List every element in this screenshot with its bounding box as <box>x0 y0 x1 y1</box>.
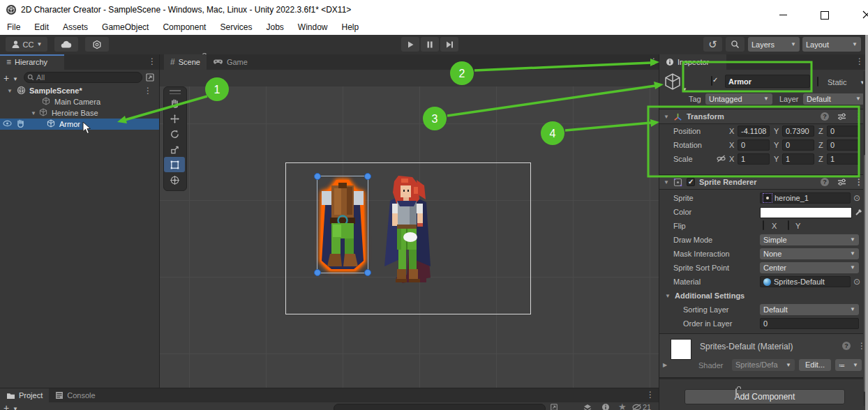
foldout-icon[interactable]: ▼ <box>665 293 671 299</box>
scene-viewport[interactable] <box>160 86 659 388</box>
menu-window[interactable]: Window <box>291 20 335 35</box>
transform-tool-button[interactable] <box>164 172 185 188</box>
account-dropdown[interactable]: CC▼ <box>6 37 47 52</box>
sprite-sort-point-dropdown[interactable]: Center▼ <box>760 262 859 273</box>
menu-gameobject[interactable]: GameObject <box>95 20 156 35</box>
info-icon[interactable] <box>601 403 610 410</box>
kebab-menu-icon[interactable]: ⋮ <box>144 87 152 94</box>
tab-hierarchy[interactable]: ≡ Hierarchy <box>0 54 64 70</box>
maximize-button[interactable] <box>820 10 830 20</box>
tree-row-main-camera[interactable]: Main Camera <box>0 96 159 107</box>
flip-x-checkbox[interactable] <box>763 220 764 230</box>
menu-services[interactable]: Services <box>213 20 259 35</box>
layer-dropdown[interactable]: Default▼ <box>803 93 865 105</box>
cloud-button[interactable] <box>54 37 78 52</box>
rotate-tool-button[interactable] <box>164 126 185 142</box>
kebab-menu-icon[interactable]: ⋮ <box>148 58 156 65</box>
object-picker-icon[interactable]: ⊙ <box>853 193 860 203</box>
kebab-menu-icon[interactable]: ⋮ <box>855 58 864 65</box>
help-icon[interactable]: ? <box>821 178 829 186</box>
tree-row-scene[interactable]: ▼ SampleScene* ⋮ <box>0 85 159 96</box>
play-button[interactable] <box>401 37 419 52</box>
kebab-menu-icon[interactable]: ⋮ <box>855 113 863 120</box>
draw-mode-dropdown[interactable]: Simple▼ <box>760 234 859 245</box>
layers-dropdown[interactable]: Layers▼ <box>748 37 800 52</box>
menu-assets[interactable]: Assets <box>56 20 95 35</box>
presets-icon[interactable] <box>837 178 846 186</box>
tree-row-heroine-base[interactable]: ▼ Heroine Base <box>0 107 159 119</box>
rotation-z-input[interactable]: 0 <box>827 139 860 151</box>
tab-scene[interactable]: # Scene <box>164 54 207 70</box>
visibility-eye-icon[interactable] <box>3 120 12 128</box>
foldout-icon[interactable]: ▼ <box>7 88 13 94</box>
static-checkbox[interactable] <box>817 77 818 86</box>
menu-component[interactable]: Component <box>156 20 213 35</box>
tag-dropdown[interactable]: Untagged▼ <box>705 93 772 105</box>
tab-inspector[interactable]: Inspector <box>659 54 726 70</box>
sprite-renderer-header[interactable]: ▼ Sprite Renderer ? ⋮ <box>659 174 868 190</box>
scale-z-input[interactable]: 1 <box>827 153 860 165</box>
chevron-down-icon[interactable]: ▼ <box>13 406 18 410</box>
foldout-icon[interactable]: ▶ <box>663 362 667 368</box>
constrain-proportions-icon[interactable] <box>717 155 726 162</box>
settings-button[interactable] <box>85 37 109 52</box>
pickability-hand-icon[interactable] <box>16 119 24 129</box>
transform-header[interactable]: ▼ Transform ? ⋮ <box>659 109 868 124</box>
flip-y-checkbox[interactable] <box>788 220 789 230</box>
presets-icon[interactable] <box>837 112 846 121</box>
chevron-down-icon[interactable]: ▼ <box>13 76 18 82</box>
material-preview-thumbnail[interactable] <box>671 339 691 360</box>
hierarchy-search-input[interactable]: All <box>24 72 142 83</box>
sprite-object-field[interactable]: heroine_1 <box>760 192 851 204</box>
menu-help[interactable]: Help <box>335 20 366 35</box>
selection-handle-tl[interactable] <box>314 173 321 180</box>
hand-tool-button[interactable] <box>164 96 185 111</box>
palette-drag-handle[interactable] <box>170 90 181 94</box>
menu-edit[interactable]: Edit <box>27 20 56 35</box>
step-button[interactable] <box>440 37 458 52</box>
tab-console[interactable]: Console <box>49 388 101 402</box>
chevron-down-icon[interactable]: ▼ <box>682 86 687 93</box>
selection-handle-bl[interactable] <box>314 269 321 276</box>
gameobject-cube-icon[interactable] <box>664 73 682 92</box>
material-list-button[interactable]: ≔▼ <box>835 359 862 371</box>
close-button[interactable] <box>862 10 868 20</box>
tab-project[interactable]: Project <box>0 388 49 402</box>
component-enabled-checkbox[interactable] <box>687 178 695 186</box>
foldout-icon[interactable]: ▼ <box>31 110 36 116</box>
asset-labels-icon[interactable] <box>583 404 592 410</box>
edit-shader-button[interactable]: Edit... <box>799 359 831 371</box>
undo-history-button[interactable]: ↺ <box>703 37 722 52</box>
kebab-menu-icon[interactable]: ⋮ <box>650 58 658 65</box>
move-tool-button[interactable] <box>164 111 185 126</box>
gameobject-name-input[interactable]: Armor <box>725 75 810 88</box>
mask-interaction-dropdown[interactable]: None▼ <box>760 248 859 259</box>
add-component-button[interactable]: Add Component <box>684 389 845 404</box>
active-checkbox[interactable] <box>711 76 712 86</box>
favorites-star-icon[interactable]: ★ <box>618 402 627 410</box>
tab-game[interactable]: Game <box>207 54 254 70</box>
position-x-input[interactable]: -4.1108 <box>738 126 770 137</box>
kebab-menu-icon[interactable]: ⋮ <box>646 391 654 398</box>
create-add-button[interactable]: + <box>3 73 9 84</box>
lock-icon[interactable] <box>735 388 737 398</box>
foldout-icon[interactable]: ▼ <box>664 179 669 185</box>
color-swatch[interactable] <box>760 207 852 218</box>
selection-handle-br[interactable] <box>364 269 371 276</box>
sorting-layer-dropdown[interactable]: Default▼ <box>760 304 859 315</box>
rotation-x-input[interactable]: 0 <box>738 139 770 151</box>
minimize-button[interactable] <box>779 10 788 20</box>
heroine-sprite[interactable] <box>377 174 440 287</box>
tree-row-armor-selected[interactable]: Armor <box>0 119 159 130</box>
additional-settings-label[interactable]: Additional Settings <box>675 291 744 300</box>
shader-dropdown[interactable]: Sprites/Defa▼ <box>732 359 795 371</box>
menu-file[interactable]: File <box>0 20 27 35</box>
scene-picker-icon[interactable] <box>145 73 155 84</box>
help-icon[interactable]: ? <box>821 112 829 121</box>
position-y-input[interactable]: 0.7390 <box>782 126 814 137</box>
scale-tool-button[interactable] <box>164 142 185 157</box>
foldout-icon[interactable]: ▼ <box>664 114 669 120</box>
layout-dropdown[interactable]: Layout▼ <box>802 37 861 52</box>
help-icon[interactable]: ? <box>842 342 851 350</box>
create-add-button[interactable]: + <box>3 402 9 410</box>
